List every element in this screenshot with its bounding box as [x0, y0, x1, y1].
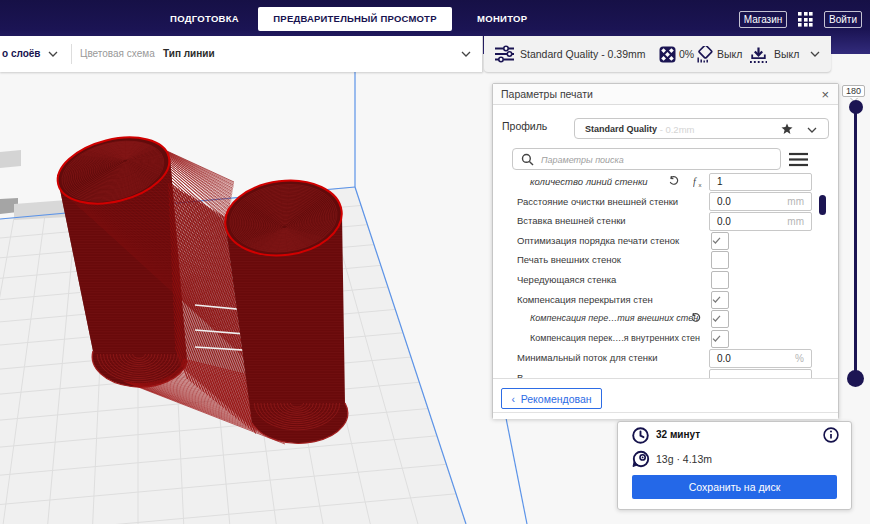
- svg-text:x: x: [699, 182, 702, 188]
- svg-text:f: f: [693, 176, 697, 187]
